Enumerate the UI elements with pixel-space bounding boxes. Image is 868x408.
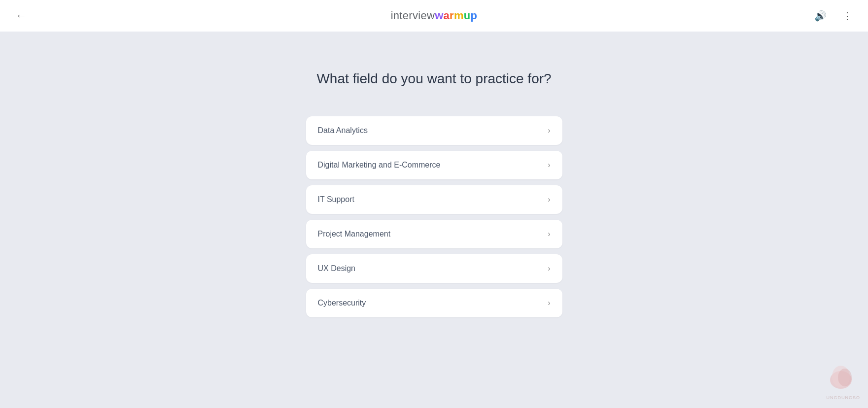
- logo-p: p: [471, 9, 478, 22]
- field-item-it-support[interactable]: IT Support ›: [306, 185, 562, 214]
- field-item-data-analytics[interactable]: Data Analytics ›: [306, 116, 562, 145]
- logo-m: m: [454, 9, 464, 22]
- field-label: Project Management: [318, 230, 391, 238]
- chevron-right-icon: ›: [548, 264, 550, 273]
- back-button[interactable]: ←: [12, 5, 31, 26]
- volume-button[interactable]: 🔊: [810, 6, 831, 26]
- logo-interview-text: interview: [391, 9, 435, 22]
- field-item-cybersecurity[interactable]: Cybersecurity ›: [306, 289, 562, 317]
- header-right: 🔊 ⋮: [810, 6, 856, 26]
- more-icon: ⋮: [842, 10, 852, 22]
- logo: interview warmup: [391, 9, 478, 22]
- watermark-text: UNGDUNGSO: [826, 395, 860, 400]
- header-left: ←: [12, 5, 31, 26]
- field-item-project-management[interactable]: Project Management ›: [306, 220, 562, 248]
- chevron-right-icon: ›: [548, 299, 550, 307]
- more-menu-button[interactable]: ⋮: [838, 6, 856, 26]
- chevron-right-icon: ›: [548, 195, 550, 204]
- field-label: Digital Marketing and E-Commerce: [318, 161, 441, 170]
- header: ← interview warmup 🔊 ⋮: [0, 0, 868, 32]
- watermark: UNGDUNGSO: [826, 363, 860, 400]
- logo-warmup-text: warmup: [435, 9, 477, 22]
- logo-a: a: [444, 9, 450, 22]
- back-arrow-icon: ←: [16, 9, 27, 22]
- field-label: Cybersecurity: [318, 299, 366, 307]
- page-title: What field do you want to practice for?: [316, 71, 551, 87]
- volume-icon: 🔊: [814, 10, 827, 22]
- field-label: UX Design: [318, 264, 355, 273]
- chevron-right-icon: ›: [548, 126, 550, 135]
- logo-w: w: [435, 9, 443, 22]
- field-item-ux-design[interactable]: UX Design ›: [306, 254, 562, 283]
- field-item-digital-marketing[interactable]: Digital Marketing and E-Commerce ›: [306, 151, 562, 179]
- logo-u: u: [464, 9, 471, 22]
- header-center: interview warmup: [391, 9, 478, 22]
- chevron-right-icon: ›: [548, 161, 550, 170]
- svg-point-2: [838, 369, 852, 386]
- field-label: Data Analytics: [318, 126, 368, 135]
- field-list: Data Analytics › Digital Marketing and E…: [306, 116, 562, 317]
- main-content: What field do you want to practice for? …: [0, 32, 868, 317]
- field-label: IT Support: [318, 195, 354, 204]
- chevron-right-icon: ›: [548, 230, 550, 238]
- watermark-logo-icon: [826, 363, 856, 392]
